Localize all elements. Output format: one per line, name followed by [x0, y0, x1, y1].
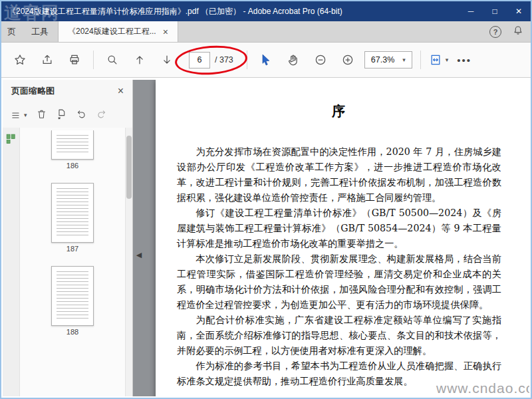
rotate-left-icon[interactable] [76, 108, 87, 122]
thumbnail-label: 188 [66, 328, 78, 336]
paragraph: 为配合计价标准实施，广东省建设工程标准定额站等单位编写了实施指南，全面系统介绍标… [177, 313, 501, 358]
thumbnail-label: 187 [66, 245, 78, 253]
main-toolbar: / 373 67.3% ▾ ▾ ••• [1, 43, 531, 78]
panel-body: 186 187 188 [3, 128, 132, 396]
thumbnail-page-187[interactable] [51, 183, 94, 243]
tabbar-right: ? [489, 21, 524, 42]
print-icon[interactable] [64, 49, 85, 70]
panel-toolbar: ▾ [3, 102, 132, 128]
help-icon[interactable]: ? [489, 26, 501, 38]
thumbnail-preview [57, 271, 88, 321]
more-tools-icon[interactable]: ••• [454, 55, 474, 66]
extract-pages-icon[interactable] [56, 108, 67, 122]
page-thumbnails-panel: 页面缩略图 × ▾ [3, 80, 133, 396]
panel-close-icon[interactable]: × [118, 85, 124, 97]
toolbar-separator [420, 51, 421, 69]
delete-pages-icon[interactable] [36, 108, 47, 122]
rotate-right-icon[interactable] [96, 108, 107, 122]
thumbnail-page-188[interactable] [51, 266, 94, 326]
thumbnail-page-186[interactable] [51, 130, 94, 160]
tab-document-label: 《2024版建设工程工程... [68, 26, 156, 37]
chevron-down-icon: ▾ [446, 57, 449, 63]
search-icon[interactable] [102, 49, 123, 70]
acrobat-window: 道客网 《2024版建设工程工程量清单计价标准应用指南》.pdf （已加密） -… [0, 0, 532, 399]
page-number-group: / 373 [184, 52, 239, 68]
tab-home[interactable]: 页 [1, 21, 22, 42]
page-thumbnails-strip-icon[interactable] [5, 133, 17, 147]
pdf-page: 序 为充分发挥市场在资源配置中的决定性作用，2020 年 7 月，住房城乡建设部… [156, 80, 529, 396]
next-page-icon[interactable] [156, 49, 178, 70]
select-tool-cursor-icon[interactable] [255, 49, 277, 70]
close-button[interactable]: ✕ [507, 1, 531, 21]
toolbar-separator [247, 51, 247, 69]
hand-tool-icon[interactable] [283, 49, 304, 70]
tab-bar: 页 工具 《2024版建设工程工程... × ? [1, 21, 531, 43]
panel-collapse-handle[interactable]: ◀ [134, 245, 144, 265]
thumbnail-label: 186 [66, 162, 78, 170]
window-controls: ─ □ ✕ [459, 1, 531, 21]
zoom-level-value: 67.3% [371, 55, 394, 65]
window-title: 《2024版建设工程工程量清单计价标准应用指南》.pdf （已加密） - Ado… [8, 6, 342, 17]
notifications-bell-icon[interactable] [512, 25, 524, 39]
page-watermark: www.cndao.com [436, 380, 529, 396]
scrollbar-thumb[interactable] [126, 136, 132, 199]
tab-tools[interactable]: 工具 [22, 21, 58, 42]
thumbnail-preview [57, 188, 88, 237]
titlebar: 《2024版建设工程工程量清单计价标准应用指南》.pdf （已加密） - Ado… [1, 1, 531, 21]
maximize-button[interactable]: □ [483, 1, 507, 21]
paragraph: 为充分发挥市场在资源配置中的决定性作用，2020 年 7 月，住房城乡建设部办公… [177, 144, 501, 205]
tab-document[interactable]: 《2024版建设工程工程... × [58, 21, 178, 42]
zoom-level-dropdown[interactable]: 67.3% ▾ [364, 51, 412, 68]
chevron-down-icon: ▾ [402, 57, 406, 63]
red-circle-annotation [174, 43, 249, 76]
thumbnail-preview [57, 135, 88, 154]
share-upload-icon[interactable] [37, 49, 58, 70]
minimize-button[interactable]: ─ [459, 1, 483, 21]
page-number-input[interactable] [189, 52, 210, 68]
thumbnail-scrollbar[interactable] [125, 128, 132, 396]
paragraph: 本次修订立足新发展阶段、贯彻新发展理念、构建新发展格局，结合当前工程管理实际，借… [177, 251, 501, 313]
panel-title: 页面缩略图 [11, 85, 55, 97]
thumbnail-list: 186 187 188 [20, 128, 125, 396]
navigation-strip [3, 128, 20, 396]
page-display-dropdown[interactable]: ▾ [429, 53, 449, 66]
zoom-out-icon[interactable] [310, 49, 331, 70]
panel-header: 页面缩略图 × [3, 80, 132, 102]
previous-page-icon[interactable] [129, 49, 150, 70]
paragraph: 修订《建设工程工程量清单计价标准》（GB/T 50500—2024）及《房屋建筑… [177, 205, 501, 251]
thumbnail-options-icon[interactable]: ▾ [11, 110, 27, 121]
chevron-down-icon: ▾ [24, 112, 27, 118]
document-viewport[interactable]: 序 为充分发挥市场在资源配置中的决定性作用，2020 年 7 月，住房城乡建设部… [133, 80, 529, 396]
page-total-label: / 373 [215, 55, 233, 65]
star-favorites-icon[interactable] [9, 49, 31, 70]
content-area: 页面缩略图 × ▾ [3, 80, 529, 396]
toolbar-separator [93, 51, 94, 69]
page-heading: 序 [177, 102, 501, 120]
tab-close-icon[interactable]: × [163, 27, 168, 37]
zoom-in-icon[interactable] [337, 49, 358, 70]
